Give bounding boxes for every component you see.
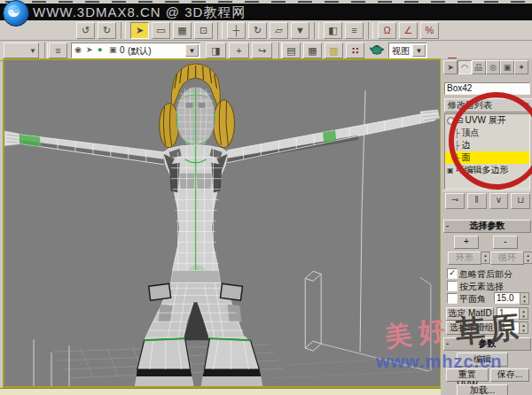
time-slider-strip [0, 388, 441, 395]
mirror-icon[interactable]: ◧ [324, 22, 342, 39]
pin-stack-icon[interactable]: ⊸ [445, 193, 465, 209]
named-selection-set-combo[interactable]: ◉ ➤ ● ▣ 0 (默认) ▼ [71, 43, 200, 58]
ignore-backfacing-checkbox[interactable]: ✓ [447, 268, 458, 279]
crossing-selection-icon[interactable]: ⊡ [194, 22, 213, 39]
ring-spinner[interactable]: ▴▾ [481, 252, 490, 264]
watermark-url: www.mhzc.cn [376, 352, 503, 372]
planar-angle-spinner[interactable]: ▴▾ [520, 292, 529, 305]
left-arm [4, 131, 164, 165]
tab-modify-icon[interactable]: ◠ [458, 60, 472, 74]
main-toolbar: ↺ ↻ ➤ ▭ ▦ ⊡ ┼ ↻ ▱ ▼ ◧ ≡ Ω ∠ % [0, 20, 532, 41]
select-by-element-label: 按元素选择 [459, 281, 504, 293]
face [176, 87, 215, 147]
boots [135, 338, 263, 386]
grow-selection-button[interactable]: + [454, 236, 479, 249]
dialog-icon[interactable]: ▦ [303, 43, 322, 58]
perspective-viewport[interactable] [3, 58, 442, 388]
box-icon: ▣ [109, 45, 117, 54]
layers-icon[interactable]: ≡ [49, 43, 67, 58]
select-object-icon[interactable]: ➤ [130, 22, 149, 39]
material-editor-icon[interactable]: ∷ [346, 43, 364, 58]
app-window: WWW.3DMAX8.CN @ 3D教程网 ☯ ↺ ↻ ➤ ▭ ▦ ⊡ ┼ ↻ … [0, 0, 532, 395]
tab-hierarchy-icon[interactable]: 品 [472, 60, 486, 74]
planar-angle-checkbox[interactable] [447, 293, 458, 304]
select-by-name-icon[interactable]: ▦ [173, 22, 192, 39]
rectangular-region-icon[interactable]: ▭ [152, 22, 170, 39]
redo-icon[interactable]: ↻ [98, 22, 116, 39]
selection-set-label: (默认) [128, 45, 152, 58]
tab-motion-icon[interactable]: ◎ [486, 60, 500, 74]
angle-snap-icon[interactable]: ∠ [399, 22, 418, 39]
toolbar-separator [314, 22, 319, 39]
command-panel-tabs: ➤ ◠ 品 ◎ ▣ ✦ [443, 60, 528, 75]
cursor-icon: ➤ [86, 45, 93, 54]
select-by-element-checkbox[interactable] [447, 281, 458, 291]
render-view-combo[interactable]: 视图 ▼ [388, 43, 427, 58]
undo-icon[interactable]: ↺ [76, 22, 95, 39]
character-model [4, 60, 440, 386]
percent-snap-icon[interactable]: % [420, 22, 439, 39]
poly-icon: ▣ [447, 167, 454, 174]
ring-button[interactable]: 环形 [448, 252, 481, 265]
loop-button[interactable]: 循环 [490, 252, 524, 265]
planar-angle-field[interactable]: 15.0 [494, 292, 522, 304]
watermark-calligraphy-dark: 草原 [454, 307, 525, 352]
selection-parameters-rollout[interactable]: - 选择参数 [443, 220, 531, 233]
watermark-banner: WWW.3DMAX8.CN @ 3D教程网 [0, 4, 532, 20]
tab-display-icon[interactable]: ▣ [500, 60, 514, 74]
move-icon[interactable]: ┼ [227, 22, 246, 39]
loop-spinner[interactable]: ▴▾ [523, 252, 532, 264]
align-icon[interactable]: ≡ [345, 22, 364, 39]
remove-modifier-icon[interactable]: ⊔ [511, 193, 530, 209]
load-uvw-button[interactable]: 加载... [457, 384, 508, 395]
snap-toggle-icon[interactable]: Ω [378, 22, 396, 39]
rotate-icon[interactable]: ↻ [248, 22, 267, 39]
site-logo-icon: ☯ [3, 0, 29, 27]
stack-toolbar: ⊸ ‖ ∨ ⊔ [442, 190, 530, 208]
toolbar-separator [121, 22, 126, 39]
toolbar-separator [368, 22, 373, 39]
render-view-label: 视图 [392, 45, 410, 58]
watermark-site-text: WWW.3DMAX8.CN @ 3D教程网 [33, 4, 246, 21]
chevron-down-icon[interactable]: ▼ [412, 44, 426, 57]
chevron-down-icon[interactable]: ▼ [185, 44, 199, 57]
schematic-view-icon[interactable]: ▥ [325, 43, 343, 58]
sphere-icon: ● [98, 45, 102, 54]
mirror-icon[interactable]: ◨ [206, 43, 226, 58]
curve-editor-icon[interactable]: ↪ [252, 43, 272, 58]
toolbar-separator [44, 43, 48, 58]
tab-create-icon[interactable]: ➤ [443, 60, 458, 74]
ignore-backfacing-label: 忽略背后部分 [459, 268, 512, 281]
eye-icon: ◉ [74, 45, 82, 54]
selection-filter-dropdown[interactable]: ▼ [4, 43, 39, 58]
toolbar-separator [217, 22, 223, 39]
selection-set-count: 0 [120, 45, 125, 55]
right-arm [227, 110, 439, 163]
make-unique-icon[interactable]: ∨ [489, 193, 509, 209]
planar-angle-label: 平面角 [459, 293, 486, 306]
show-end-result-icon[interactable]: ‖ [467, 193, 487, 209]
align-icon[interactable]: + [229, 43, 249, 58]
legs [145, 270, 249, 340]
scale-icon[interactable]: ▱ [270, 22, 288, 39]
reference-coord-dropdown[interactable]: ▼ [291, 22, 309, 39]
layer-manager-icon[interactable]: ▤ [282, 43, 301, 58]
tab-utilities-icon[interactable]: ✦ [514, 60, 528, 74]
shrink-selection-button[interactable]: - [493, 236, 518, 249]
